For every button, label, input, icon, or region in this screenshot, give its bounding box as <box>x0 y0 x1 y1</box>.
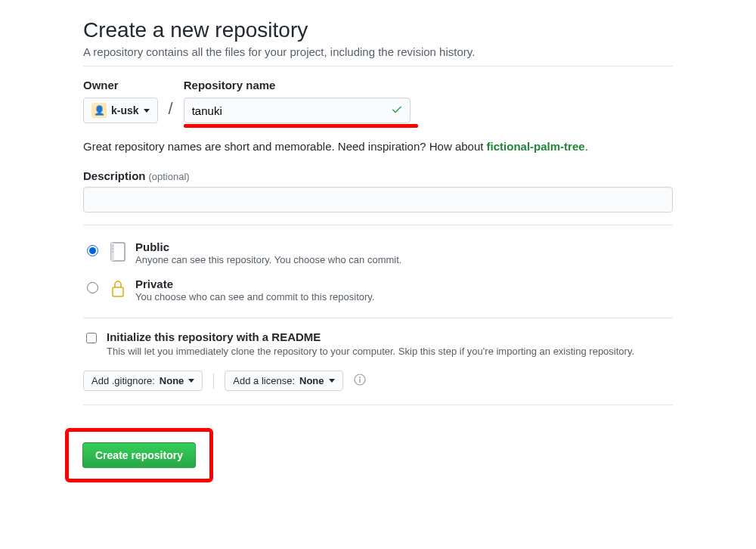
initialize-subtitle: This will let you immediately clone the … <box>107 345 634 358</box>
caret-down-icon <box>144 109 150 113</box>
private-subtitle: You choose who can see and commit to thi… <box>135 291 673 302</box>
svg-point-2 <box>112 245 113 247</box>
name-section: Owner 👤 k-usk / Repository name <box>83 67 673 225</box>
caret-down-icon <box>329 379 335 383</box>
visibility-private-radio[interactable] <box>87 282 98 293</box>
visibility-public-row[interactable]: Public Anyone can see this repository. Y… <box>83 234 673 271</box>
avatar: 👤 <box>91 103 107 118</box>
svg-point-4 <box>112 251 113 253</box>
description-optional: (optional) <box>148 171 189 182</box>
owner-username: k-usk <box>111 104 139 116</box>
initialize-readme-checkbox[interactable] <box>86 333 97 343</box>
public-title: Public <box>135 240 673 253</box>
divider <box>83 405 673 405</box>
page-title: Create a new repository <box>83 18 673 42</box>
slash-separator: / <box>166 99 176 123</box>
svg-rect-5 <box>113 287 123 296</box>
repo-name-label: Repository name <box>184 79 411 92</box>
initialize-row: Initialize this repository with a README… <box>83 318 673 358</box>
repo-name-input[interactable] <box>184 98 411 123</box>
info-icon[interactable] <box>354 374 366 388</box>
visibility-private-row[interactable]: Private You choose who can see and commi… <box>83 271 673 309</box>
license-dropdown[interactable]: Add a license: None <box>225 371 342 391</box>
divider-vertical <box>213 374 214 389</box>
description-label: Description <box>83 169 146 182</box>
svg-rect-8 <box>359 379 360 383</box>
gitignore-dropdown[interactable]: Add .gitignore: None <box>83 371 203 391</box>
name-hint: Great repository names are short and mem… <box>83 140 673 153</box>
initialize-title: Initialize this repository with a README <box>107 330 634 343</box>
owner-select-button[interactable]: 👤 k-usk <box>83 98 158 123</box>
lock-icon <box>108 278 128 299</box>
visibility-public-radio[interactable] <box>87 245 98 256</box>
description-input[interactable] <box>83 187 673 212</box>
public-subtitle: Anyone can see this repository. You choo… <box>135 254 673 265</box>
annotation-box: Create repository <box>65 428 213 482</box>
private-title: Private <box>135 278 673 290</box>
check-icon <box>391 104 403 118</box>
visibility-section: Public Anyone can see this repository. Y… <box>83 225 673 318</box>
annotation-underline <box>184 124 418 128</box>
repo-icon <box>108 240 128 262</box>
svg-point-7 <box>359 377 361 378</box>
page-subtitle: A repository contains all the files for … <box>83 45 673 58</box>
owner-label: Owner <box>83 79 158 92</box>
caret-down-icon <box>188 379 194 383</box>
suggestion-link[interactable]: fictional-palm-tree <box>487 140 585 153</box>
svg-point-3 <box>112 248 113 250</box>
create-repository-button[interactable]: Create repository <box>82 442 196 468</box>
